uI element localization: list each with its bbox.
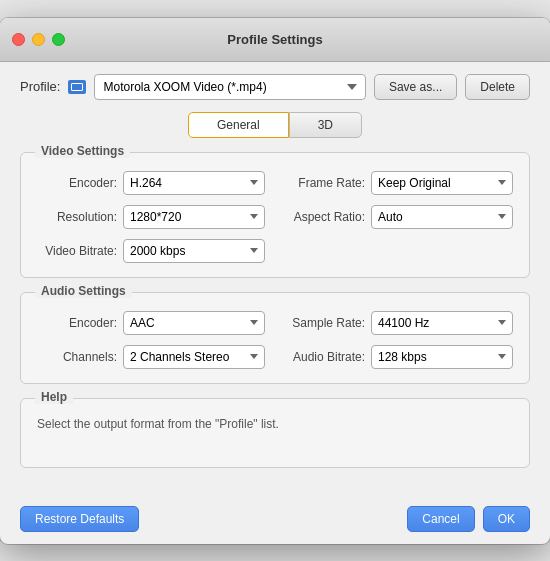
titlebar: Profile Settings [0, 18, 550, 62]
audio-encoder-label: Encoder: [37, 316, 117, 330]
window-controls [12, 33, 65, 46]
cancel-button[interactable]: Cancel [407, 506, 474, 532]
profile-row: Profile: Motorola XOOM Video (*.mp4) Sav… [20, 74, 530, 100]
close-button[interactable] [12, 33, 25, 46]
frame-rate-select[interactable]: Keep Original [371, 171, 513, 195]
sample-rate-label: Sample Rate: [285, 316, 365, 330]
audio-bitrate-select[interactable]: 128 kbps [371, 345, 513, 369]
delete-button[interactable]: Delete [465, 74, 530, 100]
aspect-ratio-select[interactable]: Auto [371, 205, 513, 229]
help-section: Help Select the output format from the "… [20, 398, 530, 468]
audio-right-col: Sample Rate: 44100 Hz Audio Bitrate: 128… [285, 311, 513, 369]
audio-bitrate-label: Audio Bitrate: [285, 350, 365, 364]
audio-settings-section: Audio Settings Encoder: AAC Channels: 2 … [20, 292, 530, 384]
video-left-col: Encoder: H.264 Resolution: 1280*720 Vide… [37, 171, 265, 263]
channels-label: Channels: [37, 350, 117, 364]
help-title: Help [35, 390, 73, 404]
sample-rate-row: Sample Rate: 44100 Hz [285, 311, 513, 335]
tab-bar: General 3D [20, 112, 530, 138]
audio-encoder-select[interactable]: AAC [123, 311, 265, 335]
video-bitrate-select[interactable]: 2000 kbps [123, 239, 265, 263]
audio-bitrate-row: Audio Bitrate: 128 kbps [285, 345, 513, 369]
resolution-select[interactable]: 1280*720 [123, 205, 265, 229]
restore-defaults-button[interactable]: Restore Defaults [20, 506, 139, 532]
encoder-select[interactable]: H.264 [123, 171, 265, 195]
video-settings-grid: Encoder: H.264 Resolution: 1280*720 Vide… [37, 171, 513, 263]
frame-rate-row: Frame Rate: Keep Original [285, 171, 513, 195]
channels-select[interactable]: 2 Channels Stereo [123, 345, 265, 369]
minimize-button[interactable] [32, 33, 45, 46]
tab-3d[interactable]: 3D [289, 112, 362, 138]
main-content: Profile: Motorola XOOM Video (*.mp4) Sav… [0, 62, 550, 498]
resolution-row: Resolution: 1280*720 [37, 205, 265, 229]
video-settings-title: Video Settings [35, 144, 130, 158]
resolution-label: Resolution: [37, 210, 117, 224]
footer: Restore Defaults Cancel OK [0, 498, 550, 544]
sample-rate-select[interactable]: 44100 Hz [371, 311, 513, 335]
aspect-ratio-row: Aspect Ratio: Auto [285, 205, 513, 229]
encoder-row: Encoder: H.264 [37, 171, 265, 195]
tab-general[interactable]: General [188, 112, 289, 138]
help-text: Select the output format from the "Profi… [37, 417, 513, 431]
video-settings-section: Video Settings Encoder: H.264 Resolution… [20, 152, 530, 278]
video-bitrate-row: Video Bitrate: 2000 kbps [37, 239, 265, 263]
profile-settings-window: Profile Settings Profile: Motorola XOOM … [0, 18, 550, 544]
maximize-button[interactable] [52, 33, 65, 46]
frame-rate-label: Frame Rate: [285, 176, 365, 190]
encoder-label: Encoder: [37, 176, 117, 190]
audio-settings-title: Audio Settings [35, 284, 132, 298]
profile-label: Profile: [20, 79, 60, 94]
channels-row: Channels: 2 Channels Stereo [37, 345, 265, 369]
profile-dropdown[interactable]: Motorola XOOM Video (*.mp4) [94, 74, 365, 100]
aspect-ratio-label: Aspect Ratio: [285, 210, 365, 224]
footer-right-buttons: Cancel OK [407, 506, 530, 532]
audio-settings-grid: Encoder: AAC Channels: 2 Channels Stereo [37, 311, 513, 369]
video-right-col: Frame Rate: Keep Original Aspect Ratio: … [285, 171, 513, 263]
save-as-button[interactable]: Save as... [374, 74, 457, 100]
ok-button[interactable]: OK [483, 506, 530, 532]
video-icon [68, 80, 86, 94]
video-bitrate-label: Video Bitrate: [37, 244, 117, 258]
window-title: Profile Settings [227, 32, 322, 47]
audio-left-col: Encoder: AAC Channels: 2 Channels Stereo [37, 311, 265, 369]
audio-encoder-row: Encoder: AAC [37, 311, 265, 335]
